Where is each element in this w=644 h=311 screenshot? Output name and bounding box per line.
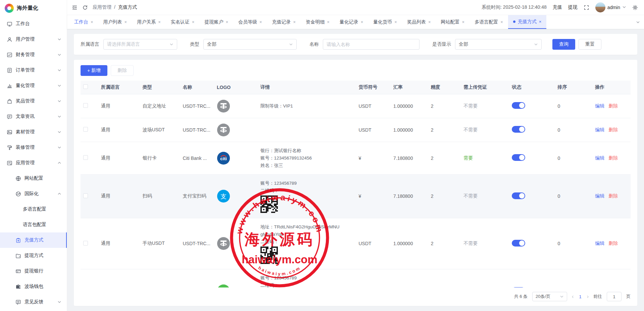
table-toolbar: + 新增 删除 [81, 65, 631, 76]
close-tab-icon[interactable]: × [462, 19, 465, 25]
delete-button[interactable]: 删除 [111, 65, 134, 76]
sidebar-item-10[interactable]: 网站配置 [0, 171, 67, 186]
tab-9[interactable]: 量化货币× [368, 15, 402, 29]
sidebar-item-16[interactable]: 提现银行 [0, 263, 67, 279]
goto-page-input[interactable] [607, 292, 622, 301]
sidebar-item-8[interactable]: 装修管理 [0, 140, 67, 155]
status-toggle[interactable] [512, 192, 525, 199]
sidebar-item-13[interactable]: 语言包配置 [0, 217, 67, 232]
breadcrumb-item[interactable]: 应用管理 [93, 4, 111, 10]
close-tab-icon[interactable]: × [91, 19, 93, 25]
tab-4[interactable]: 提现账户× [199, 15, 233, 29]
delete-link[interactable]: 删除 [608, 127, 618, 132]
status-toggle[interactable] [512, 154, 525, 161]
sidebar-item-1[interactable]: 用户管理 [0, 32, 67, 47]
edit-link[interactable]: 编辑 [595, 155, 604, 161]
sidebar-item-12[interactable]: 多语言配置 [0, 202, 67, 217]
tab-6[interactable]: 充值记录× [267, 15, 301, 29]
tab-3[interactable]: 实名认证× [166, 15, 200, 29]
row-checkbox[interactable] [83, 127, 88, 132]
close-tab-icon[interactable]: × [361, 19, 363, 25]
filter-select-1[interactable]: 全部 [203, 39, 297, 50]
tab-10[interactable]: 奖品列表× [402, 15, 436, 29]
row-checkbox[interactable] [83, 241, 88, 246]
topbar: 应用管理 / 充值方式 系统时间: 2025-02-18 12:40:48 充值… [67, 0, 644, 15]
recharge-link[interactable]: 充值 [553, 4, 562, 10]
edit-link[interactable]: 编辑 [595, 193, 604, 198]
close-tab-icon[interactable]: × [327, 19, 330, 25]
status-toggle[interactable] [512, 126, 525, 133]
sidebar-item-3[interactable]: 订单管理 [0, 62, 67, 78]
edit-link[interactable]: 编辑 [595, 103, 604, 108]
status-toggle[interactable] [512, 287, 525, 288]
sidebar-item-18[interactable]: 意见反馈 [0, 294, 67, 310]
close-tab-icon[interactable]: × [125, 19, 127, 25]
close-tab-icon[interactable]: × [500, 19, 503, 25]
reset-button[interactable]: 重置 [579, 39, 601, 50]
close-tab-icon[interactable]: × [158, 19, 161, 25]
tab-8[interactable]: 量化记录× [335, 15, 368, 29]
tab-13[interactable]: 充值方式× [508, 15, 547, 29]
row-checkbox[interactable] [83, 103, 88, 108]
close-tab-icon[interactable]: × [394, 19, 397, 25]
row-checkbox[interactable] [83, 193, 88, 198]
close-tab-icon[interactable]: × [428, 19, 431, 25]
close-tab-icon[interactable]: × [192, 19, 195, 25]
settings-gear-icon[interactable] [632, 5, 638, 10]
sidebar-item-4[interactable]: 量化管理 [0, 78, 67, 93]
delete-link[interactable]: 删除 [608, 240, 618, 246]
sidebar-item-7[interactable]: 素材管理 [0, 124, 67, 140]
tab-7[interactable]: 资金明细× [301, 15, 335, 29]
filter-select-3[interactable]: 全部 [455, 39, 542, 50]
row-checkbox[interactable] [83, 155, 88, 160]
sidebar-item-9[interactable]: 应用管理 [0, 155, 67, 171]
sidebar-item-6[interactable]: 文章资讯 [0, 109, 67, 124]
collapse-sidebar-icon[interactable] [72, 5, 78, 10]
cell-name: 微信扫码 [180, 269, 214, 287]
next-page-button[interactable]: › [587, 294, 589, 299]
current-page[interactable]: 1 [578, 294, 582, 299]
avatar[interactable] [595, 2, 605, 12]
sidebar-item-15[interactable]: 提现方式 [0, 248, 67, 263]
delete-link[interactable]: 删除 [608, 193, 618, 198]
edit-link[interactable]: 编辑 [595, 240, 604, 246]
filter-input-2[interactable] [323, 39, 419, 50]
user-menu[interactable]: admin [595, 2, 626, 12]
delete-link[interactable]: 删除 [608, 155, 618, 161]
sidebar-item-17[interactable]: 波场钱包 [0, 279, 67, 294]
cell-currency: USDT [356, 94, 391, 118]
tab-12[interactable]: 多语言配置× [469, 15, 508, 29]
edit-link[interactable]: 编辑 [595, 127, 604, 132]
search-button[interactable]: 查询 [552, 39, 575, 50]
select-all-checkbox[interactable] [83, 84, 88, 89]
sidebar-item-14[interactable]: 充值方式 [0, 232, 67, 248]
tab-0[interactable]: 工作台× [69, 15, 98, 29]
add-button[interactable]: + 新增 [81, 65, 107, 76]
close-tab-icon[interactable]: × [226, 19, 228, 25]
fullscreen-icon[interactable] [584, 5, 589, 10]
sidebar-item-5[interactable]: 奖品管理 [0, 93, 67, 109]
close-tab-icon[interactable]: × [293, 19, 296, 25]
filter-fields: 所属语言请选择所属语言类型全部名称是否显示全部 [81, 39, 542, 50]
close-tab-icon[interactable]: × [259, 19, 262, 25]
tab-5[interactable]: 会员等级× [233, 15, 267, 29]
prev-page-button[interactable]: ‹ [572, 294, 574, 299]
page-size-select[interactable]: 20条/页 [532, 292, 567, 301]
close-tab-icon[interactable]: × [539, 19, 542, 24]
delete-link[interactable]: 删除 [608, 103, 618, 108]
filter-group: 是否显示全部 [432, 39, 542, 50]
sidebar-item-0[interactable]: 工作台 [0, 16, 67, 32]
filter-select-0[interactable]: 请选择所属语言 [103, 39, 177, 50]
sidebar-item-11[interactable]: 国际化 [0, 186, 67, 202]
cell-actions: 编辑删除 [592, 269, 631, 287]
status-toggle[interactable] [512, 102, 525, 109]
tab-11[interactable]: 网站配置× [436, 15, 470, 29]
tab-1[interactable]: 用户列表× [98, 15, 132, 29]
refresh-icon[interactable] [82, 5, 88, 10]
status-toggle[interactable] [512, 240, 525, 247]
tab-options-chevron-icon[interactable] [636, 20, 640, 24]
withdraw-link[interactable]: 提现 [568, 4, 578, 10]
tab-2[interactable]: 用户关系× [132, 15, 166, 29]
filter-input-field[interactable] [327, 42, 416, 47]
sidebar-item-2[interactable]: 财务管理 [0, 47, 67, 62]
